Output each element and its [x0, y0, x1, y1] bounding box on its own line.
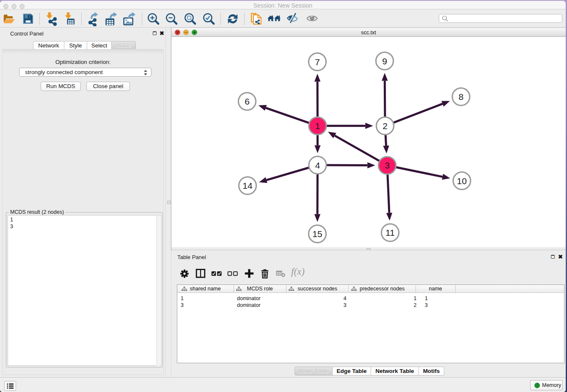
svg-text:7: 7 — [315, 57, 320, 67]
svg-text:11: 11 — [385, 228, 395, 237]
svg-text:2: 2 — [383, 121, 388, 131]
svg-text:14: 14 — [242, 181, 253, 190]
svg-text:6: 6 — [245, 97, 250, 106]
svg-text:10: 10 — [457, 176, 467, 186]
svg-text:15: 15 — [312, 229, 322, 239]
svg-text:4: 4 — [315, 160, 320, 170]
svg-text:1: 1 — [315, 121, 320, 131]
svg-text:8: 8 — [459, 92, 464, 102]
svg-text:3: 3 — [385, 160, 390, 170]
svg-text:9: 9 — [382, 56, 387, 66]
